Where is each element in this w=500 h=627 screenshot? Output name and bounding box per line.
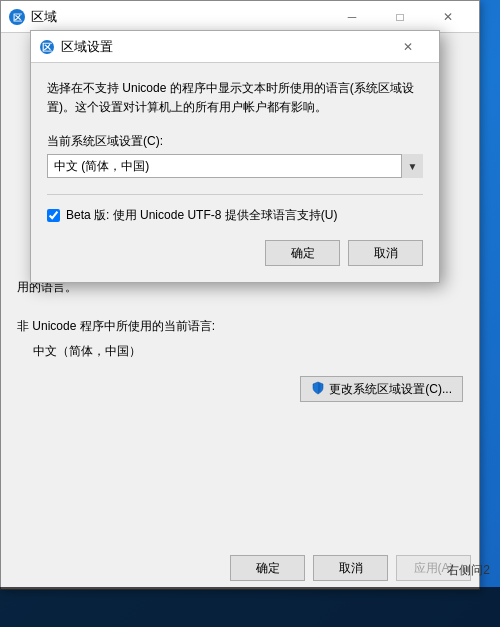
separator	[47, 194, 423, 195]
svg-text:区: 区	[42, 42, 52, 53]
dialog-body: 选择在不支持 Unicode 的程序中显示文本时所使用的语言(系统区域设置)。这…	[31, 63, 439, 282]
taskbar	[0, 587, 500, 627]
minimize-button[interactable]: ─	[329, 1, 375, 33]
beta-checkbox[interactable]	[47, 209, 60, 222]
dialog-buttons: 确定 取消	[47, 240, 423, 266]
outer-confirm-button[interactable]: 确定	[230, 555, 305, 581]
outer-window-title: 区域	[31, 8, 323, 26]
bottom-hint-text: 右侧问2	[447, 562, 490, 579]
dialog-confirm-button[interactable]: 确定	[265, 240, 340, 266]
change-locale-button[interactable]: 更改系统区域设置(C)...	[300, 376, 463, 402]
shield-icon	[311, 381, 325, 398]
dialog-description: 选择在不支持 Unicode 的程序中显示文本时所使用的语言(系统区域设置)。这…	[47, 79, 423, 117]
outer-titlebar: 区 区域 ─ □ ✕	[1, 1, 479, 33]
outer-bottom-buttons: 确定 取消 应用(A)	[230, 555, 471, 581]
svg-text:区: 区	[13, 13, 22, 23]
dialog-cancel-button[interactable]: 取消	[348, 240, 423, 266]
region-settings-dialog: 区 区域设置 ✕ 选择在不支持 Unicode 的程序中显示文本时所使用的语言(…	[30, 30, 440, 283]
maximize-button[interactable]: □	[377, 1, 423, 33]
outer-cancel-button[interactable]: 取消	[313, 555, 388, 581]
dialog-title: 区域设置	[61, 38, 379, 56]
non-unicode-value: 中文（简体，中国）	[17, 343, 463, 360]
locale-dropdown-wrapper: 中文 (简体，中国) ▼	[47, 154, 423, 178]
dialog-icon: 区	[39, 39, 55, 55]
dialog-close-button[interactable]: ✕	[385, 31, 431, 63]
close-button[interactable]: ✕	[425, 1, 471, 33]
window-controls: ─ □ ✕	[329, 1, 471, 33]
locale-dropdown[interactable]: 中文 (简体，中国)	[47, 154, 423, 178]
beta-checkbox-row: Beta 版: 使用 Unicode UTF-8 提供全球语言支持(U)	[47, 207, 423, 224]
change-locale-label: 更改系统区域设置(C)...	[329, 381, 452, 398]
outer-window-icon: 区	[9, 9, 25, 25]
dialog-titlebar: 区 区域设置 ✕	[31, 31, 439, 63]
locale-field-label: 当前系统区域设置(C):	[47, 133, 423, 150]
beta-label: Beta 版: 使用 Unicode UTF-8 提供全球语言支持(U)	[66, 207, 337, 224]
non-unicode-label: 非 Unicode 程序中所使用的当前语言:	[17, 318, 463, 335]
